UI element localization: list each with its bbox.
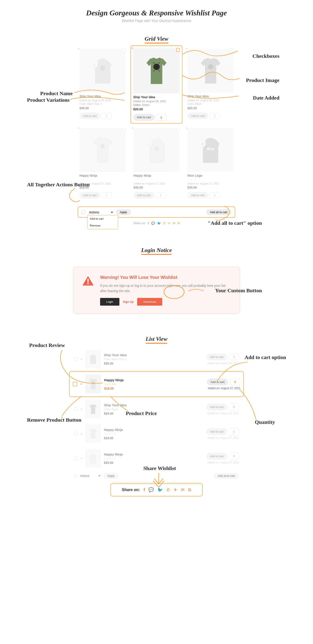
quantity-input[interactable] bbox=[102, 192, 112, 199]
product-name: Happy Ninja bbox=[133, 174, 180, 177]
dropdown-item-add-to-cart[interactable]: Add to cart bbox=[88, 215, 118, 222]
annotation-share-wishlist: Share Wishlist bbox=[143, 465, 176, 471]
close-icon[interactable]: × bbox=[80, 432, 82, 436]
login-button[interactable]: Login bbox=[100, 298, 119, 306]
product-name: Happy Ninja bbox=[79, 174, 126, 177]
close-icon[interactable]: × bbox=[80, 357, 82, 361]
product-price: $18.00 bbox=[104, 436, 203, 440]
add-to-cart-button[interactable]: Add to cart bbox=[133, 192, 154, 199]
product-checkbox[interactable] bbox=[74, 357, 77, 361]
select-all-checkbox[interactable] bbox=[74, 474, 77, 478]
close-icon[interactable]: × bbox=[186, 126, 187, 130]
list-view-heading: List View bbox=[146, 336, 167, 342]
copy-icon[interactable] bbox=[188, 487, 191, 492]
product-checkbox[interactable] bbox=[122, 128, 126, 132]
product-added-date: Added on: August 28, 2022 bbox=[133, 100, 180, 103]
product-image[interactable] bbox=[133, 48, 180, 94]
whatsapp-icon[interactable] bbox=[166, 487, 170, 492]
quantity-input[interactable] bbox=[102, 113, 112, 119]
product-variation: Color: Black Size: L bbox=[79, 102, 126, 106]
warning-icon bbox=[82, 275, 94, 287]
bulk-actions-select[interactable]: Actions bbox=[79, 474, 101, 478]
bulk-actions-select[interactable]: Actions bbox=[87, 210, 114, 215]
twitter-icon[interactable] bbox=[157, 222, 161, 225]
add-to-cart-button[interactable]: Add to cart bbox=[187, 192, 208, 199]
product-image[interactable] bbox=[85, 374, 101, 394]
add-to-cart-button[interactable]: Add to cart bbox=[79, 192, 100, 199]
quantity-input[interactable] bbox=[156, 114, 166, 121]
facebook-icon[interactable] bbox=[144, 487, 145, 492]
product-grid: × Ship Your Idea Added on: August 28, 20… bbox=[77, 46, 236, 201]
close-icon[interactable]: × bbox=[80, 382, 82, 386]
product-image[interactable] bbox=[85, 424, 101, 443]
product-price: $18.00 bbox=[104, 387, 204, 390]
quantity-input[interactable] bbox=[229, 453, 239, 460]
messenger-icon[interactable] bbox=[148, 487, 154, 492]
whatsapp-icon[interactable] bbox=[163, 222, 166, 225]
product-image[interactable] bbox=[85, 350, 101, 368]
add-to-cart-button[interactable]: Add to cart bbox=[206, 354, 227, 360]
close-icon[interactable]: × bbox=[80, 407, 82, 411]
twitter-icon[interactable] bbox=[157, 487, 163, 492]
product-checkbox[interactable] bbox=[230, 49, 234, 52]
product-image[interactable] bbox=[85, 449, 101, 468]
quantity-input[interactable] bbox=[229, 404, 239, 410]
email-icon[interactable] bbox=[173, 222, 175, 225]
add-to-cart-button[interactable]: Add to cart bbox=[206, 404, 227, 410]
apply-button[interactable]: Apply bbox=[116, 209, 131, 215]
messenger-icon[interactable] bbox=[151, 222, 155, 225]
select-all-checkbox[interactable] bbox=[82, 210, 85, 214]
download-button[interactable]: Download bbox=[137, 298, 162, 306]
close-icon[interactable]: × bbox=[186, 47, 187, 50]
add-to-cart-button[interactable]: Add to cart bbox=[206, 453, 227, 460]
bulk-actions-bar: Actions Add to cart Remove Apply Add all… bbox=[78, 206, 235, 218]
quantity-input[interactable] bbox=[210, 192, 220, 199]
product-checkbox[interactable] bbox=[176, 48, 180, 52]
svg-text:Woo: Woo bbox=[207, 147, 214, 151]
product-added-date: Added on: August 27, 2022 bbox=[207, 436, 239, 440]
product-checkbox[interactable] bbox=[176, 128, 180, 132]
close-icon[interactable]: × bbox=[132, 126, 133, 130]
product-checkbox[interactable] bbox=[74, 456, 77, 460]
close-icon[interactable]: × bbox=[78, 126, 79, 130]
product-checkbox[interactable] bbox=[230, 128, 234, 132]
email-icon[interactable] bbox=[181, 487, 185, 492]
add-to-cart-button[interactable]: Add to cart bbox=[206, 428, 227, 435]
quantity-input[interactable] bbox=[229, 354, 239, 360]
add-to-cart-button[interactable]: Add to cart bbox=[207, 378, 228, 386]
quantity-input[interactable] bbox=[230, 378, 240, 386]
product-image[interactable]: Woo bbox=[187, 128, 234, 172]
add-to-cart-button[interactable]: Add to cart bbox=[187, 112, 208, 119]
product-checkbox[interactable] bbox=[74, 407, 77, 411]
add-to-cart-button[interactable]: Add to cart bbox=[79, 112, 100, 119]
signup-link[interactable]: Sign Up bbox=[123, 300, 134, 304]
product-price: $35.00 bbox=[104, 461, 203, 464]
quantity-input[interactable] bbox=[156, 192, 166, 199]
add-all-to-cart-button[interactable]: Add all to cart bbox=[206, 209, 232, 215]
add-all-to-cart-button[interactable]: Add all to cart bbox=[214, 473, 239, 479]
product-image[interactable] bbox=[79, 49, 126, 93]
close-icon[interactable]: × bbox=[80, 456, 82, 460]
quantity-input[interactable] bbox=[210, 113, 220, 119]
dropdown-item-remove[interactable]: Remove bbox=[88, 222, 118, 229]
annotation-product-image: Product Image bbox=[246, 77, 280, 83]
product-image[interactable] bbox=[79, 128, 126, 172]
close-icon[interactable]: × bbox=[78, 47, 79, 50]
apply-button[interactable]: Apply bbox=[103, 473, 118, 479]
product-checkbox[interactable] bbox=[122, 49, 126, 52]
facebook-icon[interactable] bbox=[148, 222, 149, 225]
telegram-icon[interactable] bbox=[168, 222, 171, 225]
add-to-cart-button[interactable]: Add to cart bbox=[133, 114, 155, 121]
product-image[interactable] bbox=[85, 400, 101, 418]
product-name: Ship Your Idea bbox=[79, 94, 126, 98]
close-icon[interactable]: × bbox=[131, 46, 133, 50]
star-rating: ☆☆☆☆☆ bbox=[104, 457, 203, 460]
telegram-icon[interactable] bbox=[174, 487, 177, 492]
product-image[interactable] bbox=[133, 128, 180, 172]
quantity-input[interactable] bbox=[229, 428, 239, 435]
copy-icon[interactable] bbox=[178, 221, 180, 225]
product-checkbox[interactable] bbox=[73, 382, 77, 386]
star-rating: ☆☆☆☆☆ bbox=[104, 432, 203, 436]
product-checkbox[interactable] bbox=[74, 432, 77, 436]
product-image[interactable] bbox=[187, 49, 234, 93]
